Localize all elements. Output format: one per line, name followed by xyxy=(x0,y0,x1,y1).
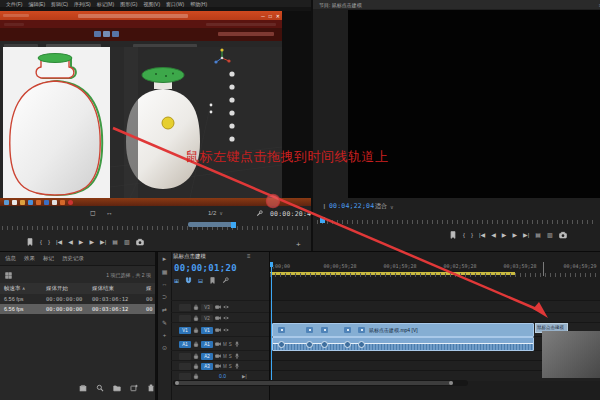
go-to-out-button[interactable]: ▶| xyxy=(523,232,529,238)
track-target-toggle[interactable]: A1 xyxy=(201,341,213,348)
browser-icon[interactable] xyxy=(28,200,33,205)
lock-icon[interactable] xyxy=(193,327,199,333)
mute-toggle[interactable]: M xyxy=(223,364,227,369)
start-button[interactable] xyxy=(4,200,9,205)
solo-toggle[interactable]: S xyxy=(229,354,232,359)
clear-button[interactable] xyxy=(147,384,155,392)
track-target-toggle[interactable]: V3 xyxy=(201,304,213,311)
mute-toggle[interactable]: M xyxy=(223,342,227,347)
volume-keyframe[interactable] xyxy=(278,341,285,348)
table-row[interactable]: 6.56 fps00:00:00:0000:03:06:1200 xyxy=(0,294,155,304)
source-patch[interactable] xyxy=(179,363,191,370)
add-marker-button[interactable] xyxy=(26,238,34,246)
project-panel[interactable]: 信息效果标记历史记录» 1 项已选择，共 2 项 帧速率 ∧ 媒体开始 媒体结束… xyxy=(0,252,155,400)
panel-divider[interactable] xyxy=(0,251,600,252)
sync-lock-icon[interactable] xyxy=(215,315,221,321)
mute-toggle[interactable]: M xyxy=(223,354,227,359)
find-button[interactable] xyxy=(96,384,104,392)
menu-item[interactable]: 文件(F) xyxy=(6,1,22,7)
play-button[interactable]: ▶ xyxy=(79,239,84,245)
new-item-button[interactable] xyxy=(130,384,138,392)
automate-to-sequence-button[interactable] xyxy=(79,384,87,392)
explorer-icon[interactable] xyxy=(20,200,25,205)
step-back-button[interactable]: ◀ xyxy=(68,239,73,245)
solo-toggle[interactable]: S xyxy=(229,364,232,369)
go-to-in-button[interactable]: |◀ xyxy=(479,232,485,238)
lock-icon[interactable] xyxy=(193,315,199,321)
pen-tool[interactable]: ✎ xyxy=(162,319,167,326)
project-tab-3[interactable]: 历史记录 xyxy=(62,255,84,262)
app-blue-icon[interactable] xyxy=(44,200,49,205)
clip-fx-badge[interactable] xyxy=(358,327,365,333)
audio-clip[interactable] xyxy=(272,337,534,351)
clip-fx-badge[interactable] xyxy=(278,327,285,333)
zoom-tool[interactable]: ⊙ xyxy=(162,344,167,351)
program-scrubber[interactable] xyxy=(313,217,600,225)
track-target-toggle[interactable]: A3 xyxy=(201,363,213,370)
dragged-clip-ghost[interactable] xyxy=(542,331,600,378)
source-monitor-panel[interactable]: ─ □ ✕ xyxy=(0,7,312,252)
program-playhead[interactable] xyxy=(320,217,325,223)
extract-button[interactable]: ▥ xyxy=(547,232,553,238)
track-target-toggle[interactable]: V1 xyxy=(201,327,213,334)
step-forward-button[interactable]: ▶ xyxy=(89,239,94,245)
menu-item[interactable]: 编辑(E) xyxy=(28,1,45,7)
menu-item[interactable]: 剪辑(C) xyxy=(51,1,68,7)
project-tab-0[interactable]: 信息 xyxy=(5,255,16,262)
eye-icon[interactable] xyxy=(223,304,229,310)
track-target-toggle[interactable]: V2 xyxy=(201,315,213,322)
play-button[interactable]: ▶ xyxy=(502,232,507,238)
step-back-button[interactable]: ◀ xyxy=(491,232,496,238)
program-video-frame[interactable] xyxy=(348,10,600,198)
extract-button[interactable]: ▥ xyxy=(124,239,130,245)
volume-keyframe[interactable] xyxy=(306,341,313,348)
playhead-handle[interactable] xyxy=(269,262,273,267)
lock-icon[interactable] xyxy=(193,304,199,310)
scrollbar-handle-right[interactable] xyxy=(449,381,453,385)
volume-keyframe[interactable] xyxy=(321,341,328,348)
safe-margins-icon[interactable]: ◻ xyxy=(90,209,96,217)
source-patch[interactable]: V1 xyxy=(179,327,191,334)
source-patch[interactable] xyxy=(179,304,191,311)
razor-tool[interactable]: ⊃ xyxy=(162,293,167,300)
go-to-in-button[interactable]: |◀ xyxy=(56,239,62,245)
eye-icon[interactable] xyxy=(223,315,229,321)
source-scrubber[interactable] xyxy=(0,222,311,231)
source-video-frame[interactable]: ─ □ ✕ xyxy=(0,7,311,206)
comparison-view-icon[interactable]: ↔ xyxy=(106,209,113,216)
track-select-tool[interactable]: ▦ xyxy=(162,268,168,275)
project-tab-2[interactable]: 标记 xyxy=(43,255,54,262)
new-bin-button[interactable] xyxy=(113,384,121,392)
sync-lock-icon[interactable] xyxy=(215,353,221,359)
menu-item[interactable]: 视图(V) xyxy=(143,1,160,7)
menu-item[interactable]: 窗口(W) xyxy=(166,1,184,7)
zoom-scrollbar[interactable] xyxy=(188,222,233,227)
app-orange2-icon[interactable] xyxy=(60,200,65,205)
mark-out-button[interactable]: } xyxy=(471,232,473,238)
project-tab-1[interactable]: 效果 xyxy=(24,255,35,262)
recording-indicator[interactable] xyxy=(68,200,73,205)
menu-item[interactable]: 序列(S) xyxy=(74,1,91,7)
menu-item[interactable]: 标记(M) xyxy=(97,1,115,7)
volume-keyframe[interactable] xyxy=(358,341,365,348)
scrollbar-handle-left[interactable] xyxy=(175,381,179,385)
sync-lock-icon[interactable] xyxy=(215,341,221,347)
slip-tool[interactable]: ⇄ xyxy=(162,306,167,313)
solo-toggle[interactable]: S xyxy=(229,342,232,347)
mic-icon[interactable] xyxy=(234,363,240,369)
playback-resolution-dropdown[interactable]: 1/2 ∨ xyxy=(208,210,223,216)
program-monitor-panel[interactable]: 节目: 鼠标点击建模 ≡ ❙ 00:04;22;04 适合 ∨ {}|◀◀▶▶▶… xyxy=(313,0,600,251)
table-row[interactable]: 6.56 fps00:00:00:0000:03:06:1200 xyxy=(0,304,155,314)
export-frame-button[interactable] xyxy=(559,231,567,239)
mic-icon[interactable] xyxy=(234,341,240,347)
button-editor-plus[interactable]: + xyxy=(296,240,301,249)
app-white-icon[interactable] xyxy=(52,200,57,205)
eye-icon[interactable] xyxy=(223,327,229,333)
lock-icon[interactable] xyxy=(193,341,199,347)
sync-lock-icon[interactable] xyxy=(215,327,221,333)
mark-in-button[interactable]: { xyxy=(463,232,465,238)
source-patch[interactable] xyxy=(179,353,191,360)
hand-tool[interactable]: + xyxy=(163,332,167,338)
minimize-button[interactable]: ─ xyxy=(261,13,265,19)
sync-lock-icon[interactable] xyxy=(215,363,221,369)
